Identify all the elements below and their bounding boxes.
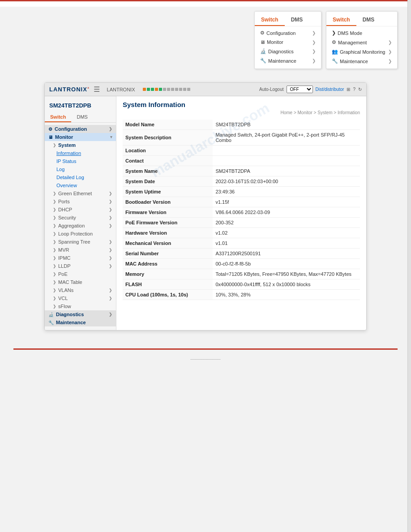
right-panel-tabs: Switch DMS [326, 14, 397, 26]
dist-distributor-label: Dist/distributor [316, 87, 344, 92]
table-row: Mechanical Versionv1.01 [123, 238, 360, 249]
nav-lldp-arrow: ❯ [53, 264, 56, 268]
device-topbar: LANTRONIX+ ☰ LANTRONIX [45, 83, 366, 96]
table-row: Location [123, 146, 360, 156]
nav-spanning-chevron: ❯ [109, 240, 112, 244]
nav-green-eth-arrow: ❯ [53, 191, 56, 196]
row-label: Contact [123, 156, 213, 166]
nav-sflow[interactable]: ❯ sFlow [45, 302, 116, 310]
nav-diag-icon: 🔬 [48, 312, 54, 317]
port-6 [163, 88, 166, 91]
nav-ports[interactable]: ❯ Ports ❯ [45, 197, 116, 206]
main-content: manualarchive.com System Information Hom… [116, 96, 366, 330]
nav-aggregation[interactable]: ❯ Aggregation ❯ [45, 222, 116, 230]
row-value: SM24TBT2DPA [213, 166, 360, 176]
row-value: 2022-03-16T15:02:03+00:00 [213, 176, 360, 187]
nav-mvr[interactable]: ❯ MVR ❯ [45, 246, 116, 254]
right-menu-graphical[interactable]: 👥 Graphical Monitoring ❯ [326, 47, 397, 56]
nav-loop-protection[interactable]: ❯ Loop Protection [45, 230, 116, 238]
row-label: Serial Number [123, 249, 213, 259]
nav-system[interactable]: ❯ System [45, 141, 116, 149]
right-menu-maintenance[interactable]: 🔧 Maintenance ❯ [326, 56, 397, 66]
graph-arrow: ❯ [388, 49, 392, 54]
sidebar-tab-switch[interactable]: Switch [45, 112, 71, 122]
nav-mac-table[interactable]: ❯ MAC Table [45, 278, 116, 286]
nav-vlans[interactable]: ❯ VLANs ❯ [45, 286, 116, 294]
right-tab-switch[interactable]: Switch [326, 14, 356, 26]
sidebar-device-model: SM24TBT2DPB [45, 100, 116, 112]
port-2 [147, 88, 150, 91]
left-tab-dms[interactable]: DMS [285, 14, 309, 26]
menus-row: Switch DMS ⚙ Configuration ❯ 🖥 Monitor ❯… [0, 7, 411, 73]
table-row: Bootloader Versionv1.15f [123, 197, 360, 207]
config-icon: ⚙ [260, 30, 265, 36]
nav-ip-status[interactable]: IP Status [45, 157, 116, 165]
nav-overview[interactable]: Overview [45, 181, 116, 189]
nav-mvr-chevron: ❯ [109, 248, 112, 252]
row-label: System Date [123, 176, 213, 187]
table-row: System DescriptionManaged Switch, 24-por… [123, 130, 360, 146]
row-value: 00-c0-f2-ff-f8-5b [213, 259, 360, 269]
layout-icon[interactable]: ⊞ [347, 87, 350, 92]
row-value: Managed Switch, 24-port Gigabit PoE++, 2… [213, 130, 360, 146]
nav-monitor[interactable]: 🖥 Monitor ▾ [45, 133, 116, 141]
table-row: System Uptime23:49:36 [123, 187, 360, 197]
nav-poe-arrow: ❯ [53, 272, 56, 276]
nav-detailed-log[interactable]: Detailed Log [45, 173, 116, 181]
left-menu-panel: Switch DMS ⚙ Configuration ❯ 🖥 Monitor ❯… [254, 11, 321, 69]
row-value: v1.01 [213, 238, 360, 249]
table-row: System NameSM24TBT2DPA [123, 166, 360, 176]
right-menu-dms-mode[interactable]: ❯ DMS Mode [326, 28, 397, 38]
nav-ipmc-chevron: ❯ [109, 256, 112, 260]
row-value: 23:49:36 [213, 187, 360, 197]
nav-poe[interactable]: ❯ PoE [45, 270, 116, 278]
table-row: MemoryTotal=71205 KBytes, Free=47950 KBy… [123, 269, 360, 279]
hamburger-icon[interactable]: ☰ [94, 85, 100, 94]
nav-config-chevron: ❯ [109, 127, 112, 131]
nav-lldp[interactable]: ❯ LLDP ❯ [45, 262, 116, 270]
help-icon[interactable]: ? [353, 87, 355, 92]
row-value: 0x40000000-0x41ffff, 512 x 0x10000 block… [213, 279, 360, 290]
nav-dhcp[interactable]: ❯ DHCP ❯ [45, 206, 116, 214]
row-label: FLASH [123, 279, 213, 290]
nav-log[interactable]: Log [45, 165, 116, 173]
nav-configuration[interactable]: ⚙ Configuration ❯ [45, 125, 116, 133]
table-row: Contact [123, 156, 360, 166]
nav-security[interactable]: ❯ Security ❯ [45, 214, 116, 222]
nav-diagnostics[interactable]: 🔬 Diagnostics ❯ [45, 310, 116, 318]
port-8 [171, 88, 174, 91]
sidebar-tab-dms[interactable]: DMS [71, 112, 93, 122]
row-value [213, 146, 360, 156]
nav-vlans-arrow: ❯ [53, 288, 56, 292]
row-label: Mechanical Version [123, 238, 213, 249]
nav-ipmc[interactable]: ❯ IPMC ❯ [45, 254, 116, 262]
right-menu-management[interactable]: ⚙ Management ❯ [326, 38, 397, 47]
port-12 [187, 88, 190, 91]
right-tab-dms[interactable]: DMS [356, 14, 381, 26]
left-menu-maintenance[interactable]: 🔧 Maintenance ❯ [255, 56, 321, 65]
port-10 [179, 88, 182, 91]
left-menu-configuration[interactable]: ⚙ Configuration ❯ [255, 28, 321, 38]
left-menu-monitor[interactable]: 🖥 Monitor ❯ [255, 38, 321, 47]
nav-system-arrow: ❯ [53, 143, 56, 147]
row-label: Firmware Version [123, 207, 213, 218]
table-row: PoE Firmware Version200-352 [123, 218, 360, 228]
nav-maintenance[interactable]: 🔧 Maintenance [45, 318, 116, 326]
table-row: MAC Address00-c0-f2-ff-f8-5b [123, 259, 360, 269]
table-row: CPU Load (100ms, 1s, 10s)10%, 33%, 28% [123, 290, 360, 300]
nav-information[interactable]: Information [45, 149, 116, 157]
left-menu-diagnostics[interactable]: 🔬 Diagnostics ❯ [255, 47, 321, 56]
nav-spanning-tree[interactable]: ❯ Spanning Tree ❯ [45, 238, 116, 246]
left-tab-switch[interactable]: Switch [255, 14, 285, 26]
nav-green-ethernet[interactable]: ❯ Green Ethernet ❯ [45, 189, 116, 197]
nav-vcl[interactable]: ❯ VCL ❯ [45, 294, 116, 302]
autologout-select[interactable]: OFF 5 min 10 min [287, 86, 313, 93]
nav-dhcp-arrow: ❯ [53, 207, 56, 212]
row-label: PoE Firmware Version [123, 218, 213, 228]
refresh-icon[interactable]: ↻ [358, 87, 362, 92]
nav-lldp-chevron: ❯ [109, 264, 112, 268]
nav-ipmc-arrow: ❯ [53, 256, 56, 260]
table-row: Hardware Versionv1.02 [123, 228, 360, 238]
port-4 [155, 88, 158, 91]
nav-diag-chevron: ❯ [109, 312, 112, 317]
